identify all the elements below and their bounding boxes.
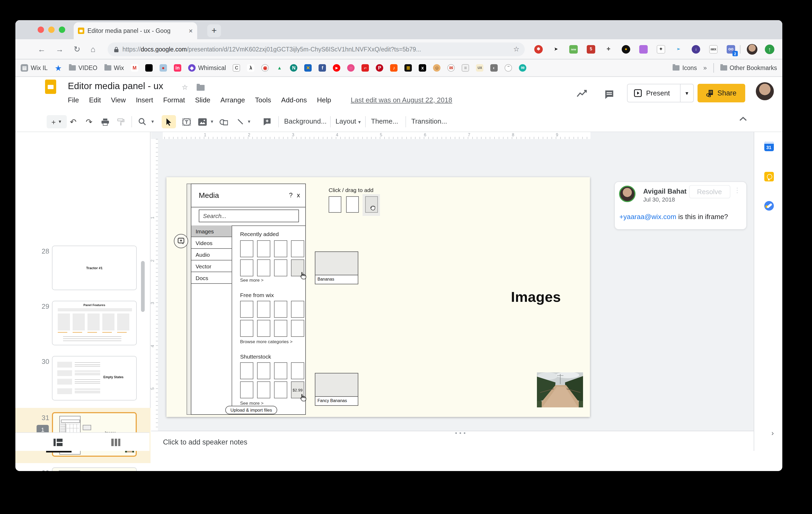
speaker-notes-bar[interactable]: Click to add speaker notes	[151, 431, 753, 451]
panel-toggle-button[interactable]	[174, 234, 188, 248]
menu-file[interactable]: File	[68, 96, 79, 104]
media-thumbnail-recently-added[interactable]	[257, 260, 270, 276]
resolve-button[interactable]: Resolve	[689, 185, 730, 198]
bookmark-console-app[interactable]: C	[233, 64, 240, 72]
print-button[interactable]	[98, 115, 112, 128]
share-button[interactable]: Share	[697, 84, 745, 102]
notes-resize-handle[interactable]	[455, 432, 465, 434]
slide-thumbnail-28[interactable]: Tractor #1	[52, 246, 137, 290]
bookmark-dribbble[interactable]: ◌	[347, 64, 355, 72]
other-bookmarks[interactable]: Other Bookmarks	[720, 65, 777, 71]
extension-figure-tile-icon[interactable]: ✦	[657, 45, 665, 54]
calendar-icon[interactable]: 31	[764, 142, 774, 151]
media-thumbnail-recently-added[interactable]	[274, 260, 287, 276]
zoom-window-button[interactable]	[59, 27, 65, 33]
insert-line-button[interactable]	[233, 115, 247, 128]
media-thumbnail-shutterstock[interactable]: $2.99	[291, 381, 304, 398]
extension-purple-tile-icon[interactable]	[639, 45, 648, 54]
media-thumbnail-free-from-wix[interactable]	[291, 301, 304, 318]
bookmark-star-icon[interactable]: ☆	[513, 45, 519, 53]
bananas-card[interactable]: Bananas	[315, 251, 358, 284]
new-tab-button[interactable]: +	[207, 24, 221, 37]
hide-side-panel-icon[interactable]: ›	[772, 429, 774, 437]
undo-button[interactable]: ↶	[66, 115, 80, 128]
media-thumbnail-shutterstock[interactable]	[240, 362, 253, 379]
extension-adblock-hand-icon[interactable]: ✱	[534, 45, 543, 54]
bookmark-soundcloud[interactable]: ♪	[390, 64, 398, 72]
media-thumbnail-recently-added[interactable]	[240, 260, 253, 276]
mention-link[interactable]: +yaaraa@wix.com	[619, 213, 676, 221]
bookmark-flipboard[interactable]: ⌐	[362, 64, 369, 72]
select-tool-button[interactable]	[162, 115, 176, 128]
media-tab-videos[interactable]: Videos	[191, 237, 232, 249]
media-tab-audio[interactable]: Audio	[191, 249, 232, 261]
menu-edit[interactable]: Edit	[89, 96, 101, 104]
close-window-button[interactable]	[38, 27, 44, 33]
comment-card[interactable]: Avigail Bahat Jul 30, 2018 Resolve ⋮ +ya…	[614, 182, 747, 230]
menu-arrange[interactable]: Arrange	[221, 96, 245, 104]
menu-view[interactable]: View	[111, 96, 126, 104]
section-link-shutterstock[interactable]: See more >	[240, 401, 263, 406]
media-thumbnail-recently-added[interactable]	[257, 240, 270, 257]
minimize-window-button[interactable]	[48, 27, 55, 33]
bookmark-video-folder[interactable]: VIDEO	[69, 65, 97, 71]
extension-black-bird-icon[interactable]: ➤	[552, 45, 560, 54]
media-tab-images[interactable]: Images	[191, 225, 232, 237]
extension-move-tool-icon[interactable]: ✛	[604, 45, 613, 54]
keep-icon[interactable]	[764, 172, 774, 182]
extension-iwix-icon[interactable]: iWIX	[709, 45, 718, 54]
slide-thumbnail-32[interactable]: Videos	[52, 467, 137, 471]
browser-tab[interactable]: Editor media panel - ux - Goog ✕	[74, 22, 197, 39]
back-icon[interactable]: ←	[38, 44, 46, 55]
bookmark-stripes-app[interactable]: ≣	[405, 64, 412, 72]
bookmark-facebook[interactable]: f	[319, 64, 326, 72]
bookmark-dancer-app[interactable]: λ	[247, 64, 255, 72]
filmstrip-view-button[interactable]	[54, 439, 62, 446]
new-slide-button[interactable]: +▼	[47, 115, 67, 128]
media-thumbnail-free-from-wix[interactable]	[274, 301, 287, 318]
bookmark-youtube[interactable]: ▶	[333, 64, 341, 72]
slides-logo[interactable]	[45, 80, 56, 94]
bookmark-palette-app[interactable]: ●	[160, 64, 167, 72]
close-icon[interactable]: x	[297, 191, 300, 199]
tasks-icon[interactable]	[764, 201, 774, 211]
address-bar[interactable]: https://docs.google.com/presentation/d/1…	[108, 43, 525, 56]
reload-icon[interactable]: ↻	[74, 44, 80, 55]
line-caret-icon[interactable]: ▼	[245, 115, 253, 128]
zoom-button[interactable]	[135, 115, 149, 128]
present-dropdown-caret[interactable]: ▼	[680, 90, 693, 96]
fancy-bananas-card[interactable]: Fancy Bananas	[315, 373, 358, 406]
transition-button[interactable]: Transition...	[411, 117, 447, 125]
insert-shape-button[interactable]	[217, 115, 231, 128]
menu-slide[interactable]: Slide	[195, 96, 210, 104]
bookmark-n-app[interactable]: N	[290, 64, 298, 72]
bookmark-envelope-app[interactable]: ✉	[447, 64, 455, 72]
media-thumbnail-shutterstock[interactable]	[240, 381, 253, 398]
update-icon[interactable]: ↑	[765, 45, 774, 54]
star-document-icon[interactable]: ☆	[182, 83, 188, 91]
slide-31[interactable]: Media ? x Search... ImagesVideosAudioVec…	[167, 177, 590, 417]
road-photo[interactable]	[537, 372, 583, 407]
extension-download-circle-icon[interactable]: ↓	[692, 45, 700, 54]
bookmark-invision[interactable]: in	[174, 64, 181, 72]
help-icon[interactable]: ?	[289, 191, 293, 199]
slide-thumbnail-30[interactable]: Empty States	[52, 356, 137, 401]
background-button[interactable]: Background...	[284, 117, 326, 125]
move-to-folder-icon[interactable]	[197, 85, 205, 91]
activity-icon[interactable]	[577, 90, 588, 98]
menu-addons[interactable]: Add-ons	[281, 96, 307, 104]
media-thumbnail-free-from-wix[interactable]	[257, 301, 270, 318]
forward-icon[interactable]: →	[56, 44, 64, 55]
media-thumbnail-free-from-wix[interactable]	[257, 320, 270, 337]
account-avatar[interactable]	[756, 82, 774, 100]
zoom-caret-icon[interactable]: ▼	[149, 115, 156, 128]
media-thumbnail-shutterstock[interactable]	[257, 362, 270, 379]
media-thumbnail-free-from-wix[interactable]	[240, 301, 253, 318]
slide-thumbnail-29[interactable]: Panel Features	[52, 301, 137, 345]
bookmark-whimsical[interactable]: ◆Whimsical	[188, 64, 226, 72]
section-link-free-from-wix[interactable]: Browse more categories >	[240, 339, 293, 344]
section-link-recently-added[interactable]: See more >	[240, 277, 263, 283]
text-box-button[interactable]	[180, 115, 194, 128]
bookmark-ux-app[interactable]: UX	[476, 64, 484, 72]
extension-red-tile-icon[interactable]: 5	[587, 45, 595, 54]
